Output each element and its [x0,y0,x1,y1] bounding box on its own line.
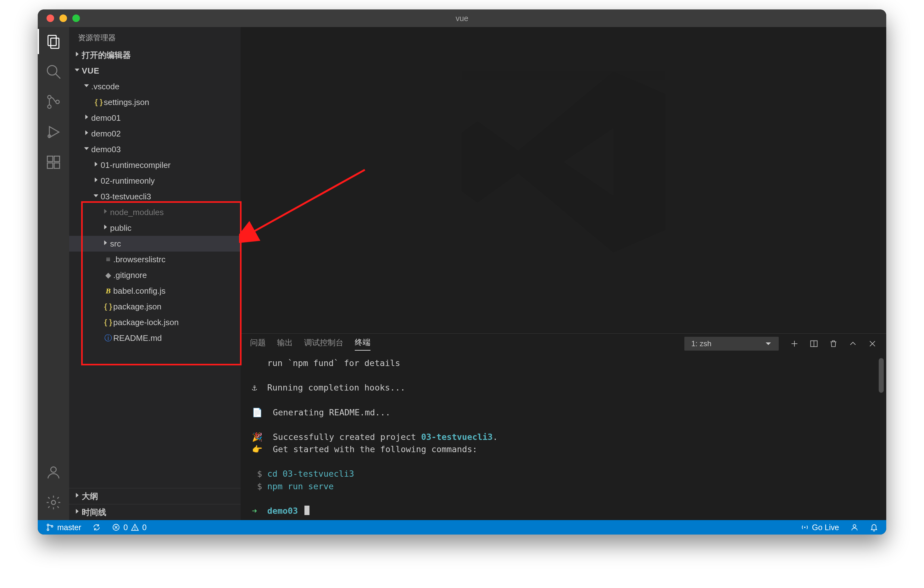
svg-rect-10 [48,163,53,168]
maximize-panel-button[interactable] [848,339,857,348]
file-readme-md[interactable]: ⓘ README.md [69,330,241,346]
section-timeline[interactable]: 时间线 [69,504,241,520]
explorer-sidebar: 资源管理器 打开的编辑器 VUE .vscode { } se [69,27,241,520]
json-icon: { } [94,98,104,107]
empty-editor [241,27,886,333]
tab-problems[interactable]: 问题 [250,338,266,350]
svg-rect-0 [48,36,56,46]
file-package-lock-json[interactable]: { } package-lock.json [69,315,241,330]
panel-actions [790,339,877,348]
terminal-scrollbar[interactable] [879,358,884,393]
error-count: 0 [123,523,128,532]
svg-point-14 [51,501,56,505]
close-window-button[interactable] [46,15,54,22]
terminal-output[interactable]: run `npm fund` for details ⚓ Running com… [241,354,886,520]
new-terminal-button[interactable] [790,339,799,348]
file-browserslistrc[interactable]: ≡ .browserslistrc [69,252,241,267]
svg-rect-9 [48,156,53,161]
babel-file-icon: B [103,287,113,295]
terminal-line: $ cd 03-testvuecli3 [252,469,354,479]
folder-node-modules[interactable]: node_modules [69,204,241,220]
json-icon: { } [103,302,113,311]
search-activity-icon[interactable] [45,64,62,80]
source-control-activity-icon[interactable] [45,94,62,110]
tree-label: .gitignore [113,270,147,280]
chevron-right-icon [82,114,91,122]
activity-bar [38,27,69,520]
svg-rect-12 [54,156,59,161]
chevron-right-icon [82,130,91,138]
folder-vscode[interactable]: .vscode [69,79,241,94]
tree-label: public [110,223,132,233]
run-debug-activity-icon[interactable] [45,124,62,140]
section-label: 大纲 [82,491,98,502]
section-workspace[interactable]: VUE [69,63,241,79]
folder-testvuecli3[interactable]: 03-testvuecli3 [69,189,241,204]
file-package-json[interactable]: { } package.json [69,299,241,315]
tree-label: node_modules [110,208,164,217]
tree-label: 03-testvuecli3 [101,192,151,201]
chevron-right-icon [73,508,82,516]
file-babel-config[interactable]: B babel.config.js [69,283,241,299]
branch-name: master [57,523,81,532]
svg-point-22 [47,529,49,530]
folder-demo02[interactable]: demo02 [69,126,241,142]
window-title: vue [38,14,886,23]
terminal-shell-selector[interactable]: 1: zsh [684,337,779,351]
tree-label: babel.config.js [113,286,165,296]
status-git-branch[interactable]: master [46,523,81,532]
tree-label: package.json [113,302,161,311]
status-sync[interactable] [92,523,101,531]
warning-count: 0 [142,523,147,532]
section-outline[interactable]: 大纲 [69,488,241,504]
config-file-icon: ≡ [103,255,113,264]
bottom-panel: 问题 输出 调试控制台 终端 1: zsh [241,333,886,520]
sync-icon [92,523,101,531]
status-go-live[interactable]: Go Live [801,523,839,532]
chevron-down-icon [765,340,772,347]
go-live-label: Go Live [812,523,839,532]
info-file-icon: ⓘ [103,333,113,343]
tab-debug-console[interactable]: 调试控制台 [304,338,343,350]
tree-label: 01-runtimecompiler [101,160,171,170]
status-problems[interactable]: 0 0 [112,523,147,532]
explorer-activity-icon[interactable] [45,33,62,50]
settings-activity-icon[interactable] [45,494,62,511]
file-settings-json[interactable]: { } settings.json [69,94,241,110]
folder-public[interactable]: public [69,220,241,236]
close-panel-button[interactable] [868,339,877,348]
tab-terminal[interactable]: 终端 [355,337,370,351]
terminal-line: 👉 Get started with the following command… [252,444,477,454]
accounts-activity-icon[interactable] [45,464,62,481]
kill-terminal-button[interactable] [829,339,838,348]
chevron-down-icon [91,193,101,201]
folder-src[interactable]: src [69,236,241,252]
chevron-right-icon [91,177,101,185]
tree-label: 02-runtimeonly [101,176,155,186]
chevron-right-icon [101,240,110,248]
window-controls [38,15,80,22]
folder-runtimeonly[interactable]: 02-runtimeonly [69,173,241,189]
section-label: 打开的编辑器 [82,50,131,61]
minimize-window-button[interactable] [59,15,67,22]
folder-demo03[interactable]: demo03 [69,142,241,157]
section-open-editors[interactable]: 打开的编辑器 [69,47,241,63]
zoom-window-button[interactable] [73,15,80,22]
section-label: VUE [82,66,99,76]
svg-point-5 [48,105,51,109]
status-feedback[interactable] [850,523,859,531]
svg-point-30 [853,524,856,527]
folder-runtimecompiler[interactable]: 01-runtimecompiler [69,157,241,173]
warning-icon [131,523,139,531]
folder-demo01[interactable]: demo01 [69,110,241,126]
tree-label: demo03 [91,145,121,155]
extensions-activity-icon[interactable] [45,154,62,170]
git-file-icon: ◆ [103,271,113,280]
section-label: 时间线 [82,507,106,518]
file-gitignore[interactable]: ◆ .gitignore [69,267,241,283]
split-terminal-button[interactable] [810,339,818,348]
sidebar-title: 资源管理器 [69,27,241,47]
tree-label: .vscode [91,82,119,92]
status-notifications[interactable] [870,523,878,531]
tab-output[interactable]: 输出 [277,338,293,350]
